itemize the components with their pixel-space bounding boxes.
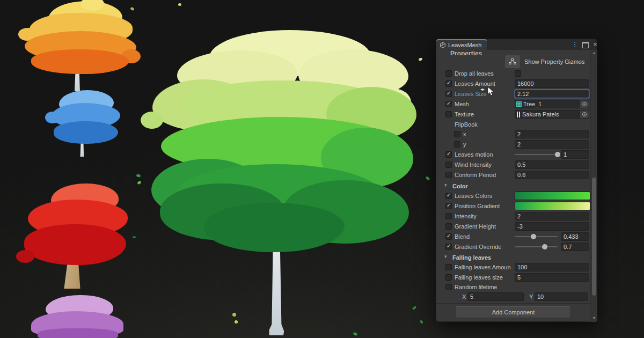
falling-leaf	[353, 332, 357, 336]
wind-intensity-checkbox[interactable]	[445, 161, 452, 168]
object-picker-icon[interactable]	[580, 111, 589, 118]
intensity-checkbox[interactable]	[445, 213, 452, 219]
leaves-colors-checkbox[interactable]	[445, 193, 452, 199]
blend-label: Blend	[455, 233, 470, 240]
close-icon[interactable]: ×	[591, 40, 599, 49]
flipbook-label: FlipBook	[455, 121, 478, 128]
wind-intensity-field[interactable]: 0.5	[515, 160, 589, 169]
row-show-property-gizmos: Show Property Gizmos	[436, 55, 590, 69]
row-color-foldout[interactable]: ▾ Color	[436, 181, 590, 192]
flipbook-x-checkbox[interactable]	[454, 131, 460, 137]
conform-period-field[interactable]: 0.6	[515, 171, 589, 179]
falling-leaf	[420, 320, 423, 324]
canopy-blob	[54, 121, 118, 144]
drop-all-leaves-checkbox[interactable]	[445, 70, 452, 77]
leaves-colors-gradient-swatch[interactable]	[515, 192, 590, 200]
leaves-amount-checkbox[interactable]	[445, 80, 452, 87]
canopy-blob	[38, 328, 118, 338]
lifetime-x-field[interactable]: 5	[467, 292, 524, 301]
falling-leaf	[412, 306, 417, 310]
gradient-height-field[interactable]: -3	[515, 222, 589, 231]
falling-leaves-size-checkbox[interactable]	[445, 274, 452, 281]
lifetime-x-label: X	[462, 293, 466, 300]
position-gradient-label: Position Gradient	[455, 203, 500, 209]
row-gradient-override: Gradient Override 0.7	[436, 242, 590, 252]
scroll-down-icon[interactable]: ▼	[591, 316, 597, 320]
scrollbar-thumb[interactable]	[592, 178, 596, 296]
gradient-height-checkbox[interactable]	[445, 223, 452, 230]
row-flipbook: FlipBook	[436, 120, 590, 130]
component-cube-icon	[440, 42, 446, 48]
lifetime-y-field[interactable]: 10	[535, 292, 588, 301]
gradient-height-label: Gradient Height	[455, 223, 496, 230]
object-picker-icon[interactable]	[580, 100, 589, 108]
position-gradient-swatch[interactable]	[515, 202, 590, 210]
texture-checkbox[interactable]	[445, 111, 452, 117]
color-section-label: Color	[452, 183, 468, 189]
property-gizmo-button[interactable]	[505, 55, 520, 68]
falling-leaf	[130, 7, 135, 11]
falling-leaves-amount-checkbox[interactable]	[445, 264, 452, 270]
leaves-motion-slider[interactable]	[515, 154, 558, 155]
window-titlebar: LeavesMesh ⋮ ×	[436, 39, 596, 50]
row-random-lifetime: Random lifetime	[436, 282, 590, 292]
falling-leaves-size-field[interactable]: 5	[515, 273, 589, 282]
drop-all-leaves-value-checkbox[interactable]	[515, 70, 521, 77]
foldout-triangle-icon: ▾	[444, 182, 447, 188]
row-wind-intensity: Wind Intensity 0.5	[436, 160, 590, 170]
flipbook-x-field[interactable]: 2	[515, 130, 589, 138]
scroll-up-icon[interactable]: ▲	[591, 51, 597, 55]
mesh-object-name: Tree_1	[523, 100, 541, 108]
blend-slider[interactable]	[515, 236, 558, 237]
leaves-motion-checkbox[interactable]	[445, 151, 452, 158]
properties-section-header: Properties	[450, 50, 482, 55]
texture-object-field[interactable]: Sakura Patels	[515, 110, 589, 119]
random-lifetime-label: Random lifetime	[455, 284, 497, 290]
intensity-field[interactable]: 2	[515, 212, 589, 221]
gradient-override-checkbox[interactable]	[445, 244, 452, 250]
gradient-override-value[interactable]: 0.7	[561, 243, 589, 251]
canopy-blob	[16, 250, 34, 263]
intensity-label: Intensity	[455, 213, 477, 219]
row-falling-leaves-foldout[interactable]: ▾ Falling leaves	[436, 253, 590, 263]
mesh-checkbox[interactable]	[445, 101, 452, 107]
gradient-override-slider[interactable]	[515, 246, 558, 247]
falling-leaves-size-label: Falling leaves size	[455, 274, 503, 281]
app-root: { "window": { "tab_title": "LeavesMesh",…	[0, 0, 644, 338]
blend-slider-handle[interactable]	[531, 234, 536, 239]
leaves-amount-field[interactable]: 16000	[515, 79, 589, 88]
position-gradient-checkbox[interactable]	[445, 203, 452, 209]
kebab-menu-icon[interactable]: ⋮	[570, 40, 579, 49]
row-mesh: Mesh Tree_1	[436, 99, 590, 109]
scrollbar[interactable]: ▲ ▼	[590, 50, 597, 322]
leaves-motion-value[interactable]: 1	[561, 150, 589, 159]
tab-leavesmesh[interactable]: LeavesMesh	[436, 39, 487, 50]
random-lifetime-checkbox[interactable]	[445, 284, 452, 290]
gradient-override-label: Gradient Override	[455, 244, 501, 250]
leaves-size-field[interactable]: 2.12	[515, 90, 589, 98]
maximize-icon[interactable]	[582, 42, 589, 48]
gradient-override-slider-handle[interactable]	[542, 244, 547, 249]
mesh-object-field[interactable]: Tree_1	[515, 100, 589, 108]
texture-icon	[516, 112, 521, 117]
add-component-button[interactable]: Add Component	[456, 306, 571, 318]
leaves-size-checkbox[interactable]	[445, 91, 452, 97]
tab-title: LeavesMesh	[448, 42, 481, 48]
canopy-blob	[141, 112, 163, 129]
texture-object-name: Sakura Patels	[522, 111, 559, 118]
falling-leaves-amount-field[interactable]: 100	[515, 263, 589, 271]
row-blend: Blend 0.433	[436, 232, 590, 242]
row-leaves-amount: Leaves Amount 16000	[436, 79, 590, 89]
leaves-motion-slider-handle[interactable]	[555, 152, 560, 157]
blend-value[interactable]: 0.433	[561, 232, 589, 241]
flipbook-y-field[interactable]: 2	[515, 140, 589, 149]
row-gradient-height: Gradient Height -3	[436, 222, 590, 232]
texture-label: Texture	[455, 111, 474, 117]
blend-checkbox[interactable]	[445, 233, 452, 240]
falling-leaves-amount-label: Falling leaves Amoun	[455, 264, 511, 270]
row-position-gradient: Position Gradient	[436, 201, 590, 211]
flipbook-y-checkbox[interactable]	[454, 141, 460, 148]
canopy-blob	[204, 203, 345, 252]
conform-period-checkbox[interactable]	[445, 172, 452, 178]
falling-leaf	[178, 3, 181, 6]
